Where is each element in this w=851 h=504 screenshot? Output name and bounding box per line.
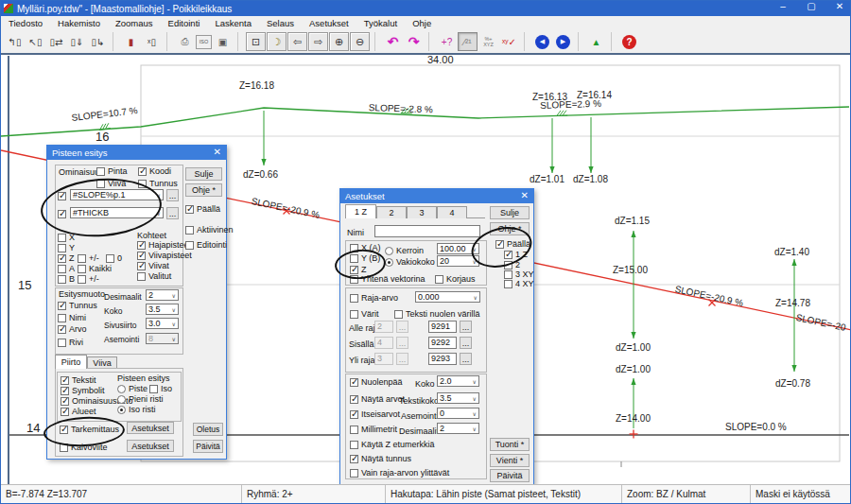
vector-4xy-checkbox[interactable]: 4 XY	[504, 279, 534, 288]
nimi-checkbox[interactable]: Nimi	[58, 313, 86, 322]
paivita-button[interactable]: Päivitä	[193, 440, 223, 453]
millimetrit-checkbox[interactable]: Millimetrit	[350, 425, 397, 434]
doc-red-icon[interactable]: ▮	[121, 32, 141, 51]
doc-new-icon[interactable]: ˣ▯	[142, 32, 162, 51]
viiva-checkbox[interactable]: Viiva	[96, 179, 126, 188]
file-next-icon[interactable]: ▯↳	[88, 32, 108, 51]
alle-rajan-symbol-input[interactable]: 2	[374, 321, 393, 333]
sisalla-more-button[interactable]: ...	[396, 337, 408, 349]
night-mode-button[interactable]: ☽	[267, 32, 287, 51]
yli-rajan-code-input[interactable]: 9293	[428, 353, 457, 365]
next-section-button[interactable]: ▶	[556, 35, 570, 49]
sulje-button[interactable]: Sulje	[185, 167, 222, 181]
tab-2[interactable]: 2	[376, 206, 407, 218]
attr2-checkbox[interactable]	[58, 210, 66, 218]
desimaalit-select[interactable]: 2∨	[437, 423, 479, 434]
b-checkbox[interactable]: B	[58, 274, 75, 284]
tarkemittaus-checkbox[interactable]: Tarkemittaus	[60, 425, 119, 434]
itseisarvot-checkbox[interactable]: Itseisarvot	[350, 409, 400, 419]
close-button[interactable]: ✕	[833, 1, 846, 11]
snap-21-button[interactable]: ∕²¹	[458, 32, 478, 51]
z-0-checkbox[interactable]: 0	[106, 253, 122, 263]
z-checkbox[interactable]: Z	[58, 253, 75, 263]
menu-item-hakemisto[interactable]: Hakemisto	[50, 18, 108, 28]
sulje-button[interactable]: Sulje	[490, 206, 530, 219]
tab-3[interactable]: 3	[407, 206, 437, 218]
zoom-out-button[interactable]: ⊖	[350, 32, 370, 51]
alle-rajan-code-more-button[interactable]: ...	[460, 321, 472, 333]
korjaus-checkbox[interactable]: Korjaus	[435, 274, 476, 284]
alueet-checkbox[interactable]: Alueet	[61, 407, 96, 416]
sivusiirto-select[interactable]: 3.0∨	[146, 318, 179, 329]
sisalla-code-input[interactable]: 9292	[428, 337, 457, 349]
nimi-input[interactable]	[374, 225, 480, 237]
add-query-button[interactable]: +?	[437, 32, 457, 51]
pan-right-button[interactable]: ⇨	[308, 32, 328, 51]
desimaalit-select[interactable]: 2∨	[146, 289, 179, 301]
b-pm-checkbox[interactable]: +/-	[78, 274, 99, 284]
print-iso-icon[interactable]: ISO	[196, 35, 212, 49]
nayta-arvot-checkbox[interactable]: Näytä arvot	[350, 394, 405, 404]
z-checkbox[interactable]: Z	[350, 265, 367, 274]
minimize-button[interactable]: –	[776, 1, 790, 11]
kerroin-radio[interactable]: Kerroin	[385, 246, 424, 255]
dialog-title-bar[interactable]: Pisteen esitys ✕	[47, 146, 226, 160]
menu-item-zoomaus[interactable]: Zoomaus	[108, 18, 161, 28]
asemointi-select[interactable]: 8∨	[146, 333, 179, 344]
yli-rajan-symbol-input[interactable]: 3	[374, 353, 393, 365]
rivi-checkbox[interactable]: Rivi	[58, 338, 83, 347]
xyz-plus-button[interactable]: %+ XYZ	[478, 32, 498, 51]
asemointi-select[interactable]: 0∨	[437, 408, 479, 419]
help-button[interactable]: ?	[622, 35, 636, 49]
redo-button[interactable]: ↷	[404, 32, 424, 51]
viivapisteet-checkbox[interactable]: Viivapisteet	[137, 251, 192, 260]
file-save-icon[interactable]: ▯⇓	[67, 32, 87, 51]
xy-check-button[interactable]: ˣʸ✓	[499, 32, 519, 51]
nuolenpaa-checkbox[interactable]: Nuolenpää	[350, 377, 403, 387]
valitut-checkbox[interactable]: Valitut	[137, 271, 171, 281]
prev-section-button[interactable]: ◀	[535, 35, 549, 49]
iso-checkbox[interactable]: Iso	[149, 384, 172, 393]
oletus-button[interactable]: Oletus	[193, 423, 223, 436]
sisalla-code-more-button[interactable]: ...	[460, 337, 472, 349]
ohje-button[interactable]: Ohje *	[490, 222, 530, 235]
z-pm-checkbox[interactable]: +/-	[78, 253, 99, 263]
menu-item-asetukset[interactable]: Asetukset	[302, 18, 356, 28]
arvo-checkbox[interactable]: Arvo	[58, 324, 87, 334]
raja-arvo-combo[interactable]: 0.000∨	[415, 291, 480, 303]
menu-item-työkalut[interactable]: Työkalut	[356, 18, 405, 28]
pan-left-button[interactable]: ⇦	[287, 32, 307, 51]
viivat-checkbox[interactable]: Viivat	[137, 261, 169, 270]
menu-item-selaus[interactable]: Selaus	[259, 18, 302, 28]
vain-raja-checkbox[interactable]: Vain raja-arvon ylittävät	[350, 468, 449, 478]
pinta-checkbox[interactable]: Pinta	[96, 166, 128, 176]
menu-item-editointi[interactable]: Editointi	[161, 18, 208, 28]
y-checkbox[interactable]: Y	[58, 243, 75, 252]
menu-item-tiedosto[interactable]: Tiedosto	[1, 18, 50, 28]
tarkemittaus-asetukset-button[interactable]: Asetukset	[127, 422, 174, 434]
kaikki-checkbox[interactable]: Kaikki	[78, 264, 112, 273]
attr2-more-button[interactable]: ...	[166, 207, 179, 219]
kayta-z-checkbox[interactable]: Käytä Z etumerkkiä	[350, 440, 435, 449]
tuonti-button[interactable]: Tuonti *	[490, 438, 530, 451]
kaivoviite-asetukset-button[interactable]: Asetukset	[127, 440, 174, 452]
symbolit-checkbox[interactable]: Symbolit	[61, 386, 105, 395]
tekstikoko-select[interactable]: 3.5∨	[437, 392, 479, 404]
file-open-icon[interactable]: ↖▯	[26, 32, 45, 51]
tab-1z[interactable]: 1 Z	[345, 204, 376, 218]
paivita-button[interactable]: Päivitä	[490, 469, 530, 482]
tab-4[interactable]: 4	[437, 206, 467, 218]
title-bar[interactable]: Mylläri.poy.tdw" - [Maastomalliohje] - P…	[1, 1, 850, 16]
yli-rajan-code-more-button[interactable]: ...	[460, 353, 472, 365]
maximize-button[interactable]: ▢	[805, 1, 818, 11]
vector-1z-checkbox[interactable]: 1 Z	[504, 250, 528, 259]
vector-2-checkbox[interactable]: 2	[504, 260, 520, 269]
sisalla-symbol-input[interactable]: 4	[374, 337, 393, 349]
kaivoviite-checkbox[interactable]: Kaivoviite	[60, 443, 108, 452]
attr1-checkbox[interactable]	[58, 192, 66, 200]
aktiivinen-checkbox[interactable]: Aktiivinen	[185, 225, 234, 235]
raja-arvo-checkbox[interactable]: Raja-arvo	[350, 293, 398, 303]
a-checkbox[interactable]: A	[58, 264, 75, 273]
yb-checkbox[interactable]: Y (B)	[350, 253, 380, 263]
page-layout-icon[interactable]: ▣	[213, 32, 233, 51]
